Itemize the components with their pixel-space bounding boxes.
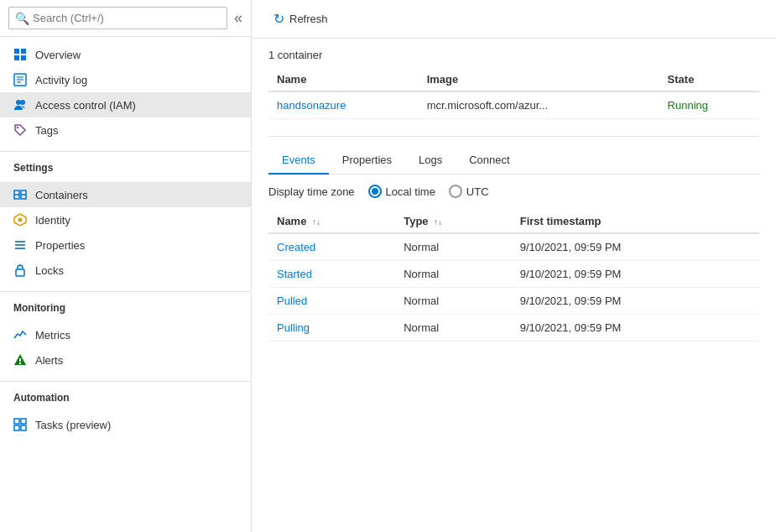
container-count: 1 container <box>268 49 759 61</box>
sidebar-item-activity-log[interactable]: Activity log <box>0 67 251 92</box>
sidebar: 🔍 « Overview Activity log Access control… <box>0 0 252 532</box>
name-sort-icon: ↑↓ <box>312 217 320 227</box>
sidebar-item-tags-label: Tags <box>35 124 58 137</box>
container-name: handsonazure <box>268 91 419 119</box>
iam-icon <box>13 98 27 112</box>
table-row[interactable]: Pulling Normal 9/10/2021, 09:59 PM <box>268 315 759 342</box>
event-timestamp-0: 9/10/2021, 09:59 PM <box>512 233 759 261</box>
table-row[interactable]: Started Normal 9/10/2021, 09:59 PM <box>268 261 759 288</box>
svg-rect-20 <box>16 269 24 276</box>
overview-icon <box>13 48 27 61</box>
sidebar-item-alerts-label: Alerts <box>35 354 63 367</box>
table-row[interactable]: Pulled Normal 9/10/2021, 09:59 PM <box>268 288 759 315</box>
locks-icon <box>13 263 27 277</box>
sidebar-item-containers[interactable]: Containers <box>0 182 251 207</box>
svg-rect-0 <box>14 49 19 54</box>
metrics-icon <box>13 328 27 342</box>
sidebar-item-identity[interactable]: Identity <box>0 207 251 232</box>
svg-rect-25 <box>21 419 26 424</box>
svg-rect-24 <box>14 419 19 424</box>
event-type-0: Normal <box>395 233 512 261</box>
event-type-3: Normal <box>395 315 512 342</box>
sidebar-item-locks[interactable]: Locks <box>0 258 251 283</box>
activity-log-icon <box>13 73 27 86</box>
container-image: mcr.microsoft.com/azur... <box>419 91 659 119</box>
events-col-type[interactable]: Type ↑↓ <box>395 210 512 233</box>
collapse-button[interactable]: « <box>234 9 242 27</box>
settings-section-header: Settings <box>0 151 251 177</box>
tab-events[interactable]: Events <box>268 147 329 175</box>
sidebar-item-overview-label: Overview <box>35 49 81 61</box>
event-timestamp-1: 9/10/2021, 09:59 PM <box>512 261 759 288</box>
event-name-2: Pulled <box>268 288 395 315</box>
svg-rect-22 <box>19 358 21 362</box>
section-divider <box>268 136 759 137</box>
radio-local-time-circle <box>368 185 382 198</box>
event-type-2: Normal <box>395 288 512 315</box>
svg-rect-27 <box>21 425 26 430</box>
svg-rect-2 <box>14 55 19 60</box>
event-timestamp-2: 9/10/2021, 09:59 PM <box>512 288 759 315</box>
sidebar-item-overview[interactable]: Overview <box>0 42 251 67</box>
properties-icon <box>13 238 27 252</box>
svg-rect-23 <box>19 362 21 364</box>
timezone-label: Display time zone <box>268 185 355 198</box>
svg-rect-3 <box>21 55 26 60</box>
sidebar-item-tasks-label: Tasks (preview) <box>35 419 111 431</box>
event-timestamp-3: 9/10/2021, 09:59 PM <box>512 315 759 342</box>
event-name-0: Created <box>268 233 395 261</box>
sidebar-item-properties[interactable]: Properties <box>0 232 251 258</box>
container-state: Running <box>659 91 759 119</box>
radio-utc-circle <box>449 185 462 198</box>
sidebar-item-identity-label: Identity <box>35 214 70 227</box>
sidebar-item-alerts[interactable]: Alerts <box>0 347 251 373</box>
monitoring-section-header: Monitoring <box>0 291 251 317</box>
sidebar-item-tags[interactable]: Tags <box>0 117 251 143</box>
col-state: State <box>659 68 759 91</box>
events-table: Name ↑↓ Type ↑↓ First timestamp Created … <box>268 210 759 342</box>
type-sort-icon: ↑↓ <box>434 217 442 227</box>
tab-properties[interactable]: Properties <box>329 147 405 175</box>
svg-point-16 <box>18 218 23 222</box>
tab-connect[interactable]: Connect <box>456 147 523 175</box>
containers-table: Name Image State handsonazure mcr.micros… <box>268 68 759 119</box>
sidebar-item-properties-label: Properties <box>35 239 85 252</box>
col-name: Name <box>268 68 419 91</box>
refresh-button[interactable]: ↻ Refresh <box>265 7 336 31</box>
table-row[interactable]: Created Normal 9/10/2021, 09:59 PM <box>268 233 759 261</box>
tags-icon <box>13 123 27 137</box>
sidebar-item-tasks[interactable]: Tasks (preview) <box>0 412 251 437</box>
main-content: ↻ Refresh 1 container Name Image State h… <box>252 0 776 532</box>
toolbar: ↻ Refresh <box>252 0 776 39</box>
monitoring-nav-list: Metrics Alerts <box>0 317 251 378</box>
svg-rect-26 <box>14 425 19 430</box>
svg-rect-1 <box>21 49 26 54</box>
events-col-name[interactable]: Name ↑↓ <box>268 210 395 233</box>
svg-point-9 <box>20 100 25 105</box>
nav-list: Overview Activity log Access control (IA… <box>0 37 251 148</box>
event-type-1: Normal <box>395 261 512 288</box>
search-box: 🔍 « <box>0 0 251 37</box>
content-area: 1 container Name Image State handsonazur… <box>252 39 776 532</box>
sidebar-item-activity-log-label: Activity log <box>35 74 87 86</box>
settings-nav-list: Containers Identity Properties Locks <box>0 177 251 288</box>
sidebar-item-metrics[interactable]: Metrics <box>0 322 251 347</box>
refresh-icon: ↻ <box>273 11 284 27</box>
refresh-label: Refresh <box>289 13 328 25</box>
sidebar-item-iam[interactable]: Access control (IAM) <box>0 92 251 117</box>
radio-local-time[interactable]: Local time <box>368 185 435 198</box>
radio-group: Local time UTC <box>368 185 489 198</box>
radio-utc-label: UTC <box>466 185 489 198</box>
table-row[interactable]: handsonazure mcr.microsoft.com/azur... R… <box>268 91 759 119</box>
automation-section-header: Automation <box>0 381 251 407</box>
svg-point-10 <box>17 127 18 128</box>
event-name-1: Started <box>268 261 395 288</box>
search-input[interactable] <box>8 7 227 29</box>
sidebar-item-metrics-label: Metrics <box>35 329 70 342</box>
radio-utc[interactable]: UTC <box>449 185 489 198</box>
containers-icon <box>13 188 27 201</box>
sidebar-item-containers-label: Containers <box>35 189 88 201</box>
tab-logs[interactable]: Logs <box>405 147 456 175</box>
sidebar-item-locks-label: Locks <box>35 264 64 277</box>
timezone-row: Display time zone Local time UTC <box>268 185 759 198</box>
